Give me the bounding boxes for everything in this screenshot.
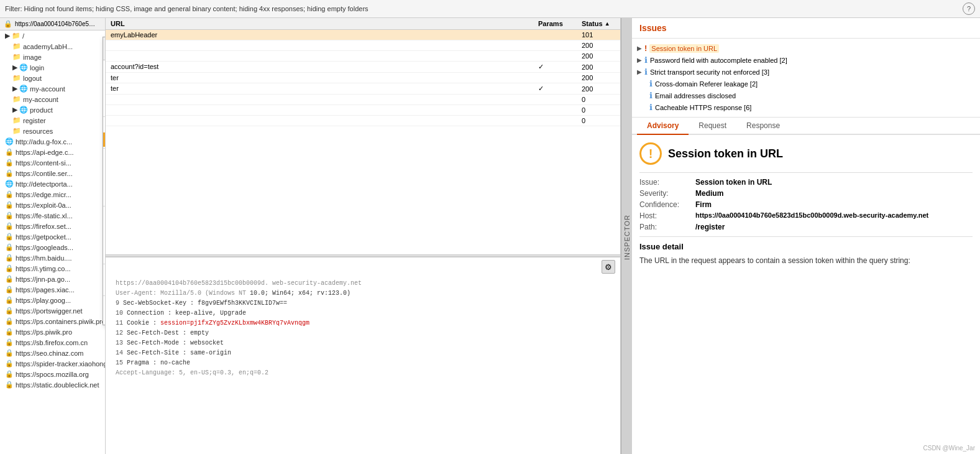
menu-delete-host[interactable]: Delete host: [103, 208, 106, 221]
menu-issues[interactable]: Issues ▶: [103, 266, 106, 280]
menu-extensions[interactable]: Extensions ▶: [103, 118, 106, 132]
issues-list: ▶ ! Session token in URL ▶ ℹ Password fi…: [632, 39, 980, 118]
menu-site-map-docs[interactable]: Site map documentation: [103, 311, 106, 325]
issues-header: Issues: [632, 18, 980, 39]
table-row[interactable]: 0: [106, 95, 620, 105]
table-row[interactable]: 0: [106, 105, 620, 116]
menu-copy-urls[interactable]: Copy URLs in this host: [103, 221, 106, 235]
menu-save-items[interactable]: Save selected items: [103, 249, 106, 262]
issue-item-1[interactable]: ▶ ! Session token in URL: [637, 42, 975, 54]
menu-passive-scan[interactable]: Passively scan this host: [103, 88, 106, 101]
menu-scan[interactable]: Scan: [103, 74, 106, 88]
tree-item-hm[interactable]: 🔒 https://hm.baidu....: [0, 252, 105, 263]
row-params: ✓: [533, 85, 577, 93]
tree-item-logout[interactable]: 📁 logout: [0, 73, 105, 83]
tree-item-play[interactable]: 🔒 https://play.goog...: [0, 295, 105, 305]
tree-item-image[interactable]: 📁 image: [0, 52, 105, 62]
detail-row-severity: Severity: Medium: [639, 189, 973, 198]
tree-item-myaccount2[interactable]: 📁 my-account: [0, 94, 105, 104]
tree-item-edge[interactable]: 🔒 https://edge.micr...: [0, 189, 105, 200]
table-row[interactable]: 200: [106, 51, 620, 62]
tree-item-spider[interactable]: 🔒 https://spider-tracker.xiaohongshu.com: [0, 358, 105, 369]
issue-item-5[interactable]: ℹ Email addresses disclosed: [637, 90, 975, 101]
menu-expand-branch[interactable]: Expand branch: [103, 164, 106, 177]
table-row[interactable]: 200: [106, 40, 620, 51]
advisory-content: ! Session token in URL Issue: Session to…: [632, 135, 980, 454]
tab-response[interactable]: Response: [736, 118, 790, 135]
tree-item-exploit[interactable]: 🔒 https://exploit-0a...: [0, 200, 105, 210]
issue-item-2[interactable]: ▶ ℹ Password field with autocomplete ena…: [637, 54, 975, 66]
issue-item-4[interactable]: ℹ Cross-domain Referer leakage [2]: [637, 78, 975, 90]
row-status: 101: [577, 31, 620, 39]
tree-item-seo-chinaz[interactable]: 🔒 https://seo.chinaz.com: [0, 348, 105, 358]
tree-item-jnn[interactable]: 🔒 https://jnn-pa.go...: [0, 274, 105, 284]
request-line: Accept-Language: 5, en-US;q=0.3, en;q=0.…: [116, 368, 610, 378]
tree-item-contile[interactable]: 🔒 https://contile.ser...: [0, 168, 105, 178]
table-row[interactable]: account?id=test ✓ 200: [106, 62, 620, 73]
tree-item-login[interactable]: ▶ 🌐 login: [0, 62, 105, 73]
issue-title[interactable]: Cacheable HTTPS response [6]: [655, 104, 751, 111]
issue-title[interactable]: Strict transport security not enforced […: [650, 68, 769, 76]
row-url: [106, 96, 533, 103]
tree-item-label: register: [23, 117, 46, 124]
menu-active-scan[interactable]: Actively scan this host: [103, 101, 106, 115]
table-row[interactable]: ter ✓ 200: [106, 83, 620, 95]
gear-button[interactable]: ⚙: [602, 260, 615, 274]
menu-engagement-tools[interactable]: Engagement tools ▶: [103, 132, 106, 147]
issue-item-6[interactable]: ℹ Cacheable HTTPS response [6]: [637, 101, 975, 113]
issue-title[interactable]: Cross-domain Referer leakage [2]: [655, 80, 758, 88]
issue-title[interactable]: Session token in URL: [649, 44, 719, 53]
menu-add-scope[interactable]: Add to scope: [103, 60, 106, 74]
tree-item-ps-containers[interactable]: 🔒 https://ps.containers.piwik.pro: [0, 316, 105, 327]
tree-item-myaccount1[interactable]: ▶ 🌐 my-account: [0, 83, 105, 94]
tree-item-googleads[interactable]: 🔒 https://googleads...: [0, 242, 105, 252]
detail-value: Session token in URL: [695, 178, 772, 187]
menu-collapse-branch[interactable]: Collapse branch: [103, 191, 106, 205]
tree-item-detect[interactable]: 🌐 http://detectporta...: [0, 178, 105, 189]
tree-item-label: image: [23, 53, 42, 61]
request-line: 14 Sec-Fetch-Site : same-origin: [116, 348, 610, 358]
menu-show-site-map[interactable]: Show new site map window: [103, 297, 106, 311]
tree-item-static-dc[interactable]: 🔒 https://static.doubleclick.net: [0, 379, 105, 390]
table-row[interactable]: 0: [106, 116, 620, 126]
tree-item-sb-firefox[interactable]: 🔒 https://sb.firefox.com.cn: [0, 337, 105, 348]
separator-5: [103, 295, 106, 296]
tree-item-portswigger[interactable]: 🔒 https://portswigger.net: [0, 305, 105, 316]
tree-item-resources[interactable]: 📁 resources: [0, 126, 105, 136]
tree-item-academy[interactable]: 📁 academyLabH...: [0, 41, 105, 52]
menu-compare-site-maps[interactable]: Compare site maps: [103, 150, 106, 164]
request-area: ⚙ https://0aa0004104b760e5823d15bc00b000…: [106, 257, 620, 454]
tree-item-content[interactable]: 🔒 https://content-si...: [0, 157, 105, 168]
tree-item-adu[interactable]: 🌐 http://adu.g-fox.c...: [0, 136, 105, 147]
tree-item-spocs[interactable]: 🔒 https://spocs.mozilla.org: [0, 369, 105, 379]
inspector-panel[interactable]: INSPECTOR: [621, 18, 632, 454]
issue-item-3[interactable]: ▶ ℹ Strict transport security not enforc…: [637, 66, 975, 78]
tree-item-ps-piwik[interactable]: 🔒 https://ps.piwik.pro: [0, 327, 105, 337]
tab-request[interactable]: Request: [689, 118, 736, 135]
tree-item-label: https://ps.containers.piwik.pro: [16, 318, 105, 325]
filter-bar: Filter: Hiding not found items; hiding C…: [0, 0, 980, 18]
tree-item-ytimg[interactable]: 🔒 https://i.ytimg.co...: [0, 263, 105, 274]
detail-value: Firm: [695, 200, 712, 209]
table-row[interactable]: emyLabHeader 101: [106, 30, 620, 40]
menu-copy-links[interactable]: Copy links in this host: [103, 235, 106, 249]
tree-item-getpocket[interactable]: 🔒 https://getpocket...: [0, 231, 105, 242]
help-button[interactable]: ?: [963, 2, 975, 15]
separator-3: [103, 206, 106, 206]
tree-item-pages[interactable]: 🔒 https://pages.xiac...: [0, 284, 105, 295]
detail-row-issue: Issue: Session token in URL: [639, 178, 973, 187]
table-row[interactable]: ter 200: [106, 73, 620, 83]
tree-item-register[interactable]: 📁 register: [0, 115, 105, 126]
tree-item-product[interactable]: ▶ 🌐 product: [0, 104, 105, 115]
tree-item-api[interactable]: 🔒 https://api-edge.c...: [0, 147, 105, 157]
tree-item-firefox[interactable]: 🔒 https://firefox.set...: [0, 221, 105, 231]
menu-expand-requested[interactable]: Expand requested items: [103, 177, 106, 191]
menu-view[interactable]: View ▶: [103, 280, 106, 294]
tree-item-root[interactable]: ▶ 📁 /: [0, 30, 105, 41]
issue-title[interactable]: Password field with autocomplete enabled…: [650, 57, 787, 64]
tree-item-fe-static[interactable]: 🔒 https://fe-static.xl...: [0, 210, 105, 221]
detail-label: Host:: [639, 211, 695, 220]
tab-advisory[interactable]: Advisory: [637, 118, 689, 135]
tree-item-label: https://spocs.mozilla.org: [16, 371, 89, 378]
issue-title[interactable]: Email addresses disclosed: [655, 92, 736, 100]
